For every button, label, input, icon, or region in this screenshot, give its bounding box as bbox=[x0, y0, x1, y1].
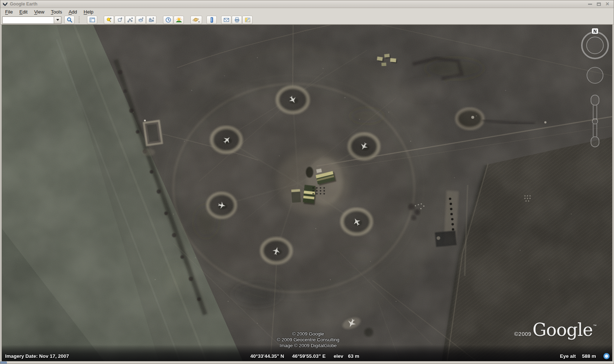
trademark-symbol: ™ bbox=[593, 324, 597, 328]
print-icon bbox=[234, 17, 240, 23]
search-icon bbox=[67, 17, 73, 23]
clock-icon bbox=[165, 17, 171, 23]
titlebar: Google Earth × bbox=[0, 0, 614, 8]
eye-alt-label: Eye alt bbox=[560, 353, 576, 359]
window-bottom-frame bbox=[0, 361, 614, 364]
move-joystick[interactable] bbox=[587, 67, 603, 83]
map-icon bbox=[245, 17, 251, 23]
menu-help[interactable]: Help bbox=[80, 8, 97, 15]
view-in-maps-button[interactable] bbox=[242, 16, 253, 24]
zoom-out-button bbox=[591, 137, 599, 147]
eye-alt-value: 588 m bbox=[582, 353, 596, 359]
sunlight-button[interactable] bbox=[174, 16, 184, 24]
menubar: File Edit View Tools Add Help bbox=[0, 8, 614, 16]
longitude: 46°59'55.03" E bbox=[292, 353, 326, 359]
copyright-line: Image © 2009 DigitalGlobe bbox=[257, 343, 359, 349]
sun-icon bbox=[176, 17, 182, 23]
menu-edit[interactable]: Edit bbox=[16, 8, 31, 15]
menu-tools[interactable]: Tools bbox=[48, 8, 65, 15]
path-icon bbox=[127, 17, 133, 23]
historical-imagery-button[interactable] bbox=[163, 16, 173, 24]
resize-grip[interactable] bbox=[0, 361, 7, 364]
toggle-sidebar-button[interactable] bbox=[87, 16, 97, 24]
print-button[interactable] bbox=[232, 16, 242, 24]
add-image-overlay-button[interactable] bbox=[136, 16, 146, 24]
search-button[interactable] bbox=[64, 16, 75, 24]
image-overlay-icon bbox=[138, 17, 144, 23]
combo-dropdown-button[interactable] bbox=[54, 17, 61, 23]
copyright-line: © 2009 Geocentre Consulting bbox=[257, 337, 359, 343]
add-path-button[interactable] bbox=[125, 16, 135, 24]
saturn-icon bbox=[192, 17, 200, 23]
latitude: 40°33'44.35" N bbox=[250, 353, 284, 359]
elevation-value: 63 m bbox=[348, 353, 359, 359]
chevron-down-icon bbox=[56, 19, 59, 21]
ruler-icon bbox=[209, 17, 215, 23]
ruler-button[interactable] bbox=[206, 16, 217, 24]
email-button[interactable] bbox=[221, 16, 231, 24]
window-title: Google Earth bbox=[10, 1, 585, 7]
placemark-pushpin-icon bbox=[106, 17, 112, 23]
maximize-button[interactable] bbox=[596, 2, 601, 6]
record-tour-button[interactable] bbox=[146, 16, 156, 24]
north-button[interactable]: N bbox=[592, 28, 598, 34]
menu-view[interactable]: View bbox=[31, 8, 48, 15]
google-watermark: ©2009 Google ™ bbox=[514, 322, 597, 338]
sidebar-icon bbox=[89, 17, 95, 23]
email-icon bbox=[223, 17, 230, 23]
imagery-date: Imagery Date: Nov 17, 2007 bbox=[5, 353, 69, 359]
search-combobox bbox=[2, 16, 61, 24]
navigation-controls[interactable]: N bbox=[579, 27, 611, 151]
google-logo: Google bbox=[532, 322, 593, 338]
search-input[interactable] bbox=[3, 17, 54, 23]
map-viewport[interactable]: N © 2009 Google © 2009 Geocentre Consult… bbox=[1, 24, 613, 361]
zoom-slider-knob bbox=[592, 119, 598, 124]
add-placemark-button[interactable] bbox=[104, 16, 114, 24]
watermark-year: ©2009 bbox=[514, 331, 531, 337]
google-earth-window: Google Earth × File Edit View Tools Add … bbox=[0, 0, 614, 364]
add-polygon-button[interactable] bbox=[114, 16, 125, 24]
switch-planet-button[interactable] bbox=[190, 16, 202, 24]
compass-north-label: N bbox=[594, 29, 597, 34]
zoom-in-button bbox=[591, 95, 599, 105]
app-icon bbox=[3, 1, 8, 7]
polygon-icon bbox=[117, 17, 123, 23]
copyright-block: © 2009 Google © 2009 Geocentre Consultin… bbox=[257, 331, 359, 349]
toolbar-separator bbox=[78, 16, 80, 24]
close-button[interactable]: × bbox=[605, 2, 610, 6]
toolbar bbox=[0, 16, 614, 24]
pointer-coordinates: 40°33'44.35" N 46°59'55.03" E elev 63 m bbox=[250, 353, 359, 359]
camera-icon bbox=[148, 17, 155, 23]
look-joystick[interactable] bbox=[582, 32, 608, 58]
satellite-imagery[interactable] bbox=[2, 25, 612, 361]
eye-altitude: Eye alt 588 m bbox=[560, 353, 596, 359]
minimize-button[interactable] bbox=[587, 2, 592, 6]
menu-file[interactable]: File bbox=[2, 8, 16, 15]
zoom-slider[interactable] bbox=[591, 95, 599, 147]
copyright-line: © 2009 Google bbox=[257, 331, 359, 337]
menu-add[interactable]: Add bbox=[65, 8, 80, 15]
streaming-indicator-icon bbox=[603, 353, 610, 359]
elev-label: elev bbox=[334, 353, 343, 359]
